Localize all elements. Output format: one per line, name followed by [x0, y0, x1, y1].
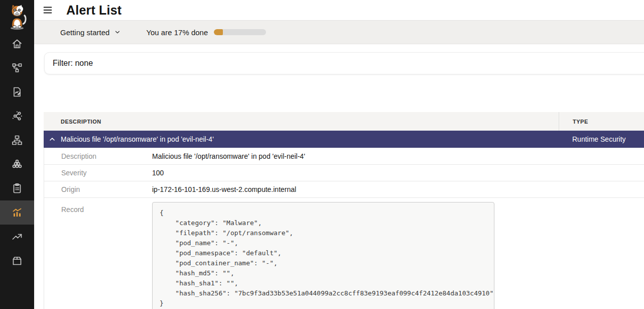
detail-label: Record: [44, 202, 152, 214]
hamburger-menu-icon[interactable]: [42, 5, 53, 16]
page-title: Alert List: [66, 3, 121, 18]
alerts-table: DESCRIPTION TYPE Malicious file '/opt/ra…: [44, 112, 644, 309]
network-graph-icon: [11, 110, 23, 122]
detail-value: ip-172-16-101-169.us-west-2.compute.inte…: [152, 185, 296, 193]
sidebar-item-topology[interactable]: [0, 56, 34, 80]
table-header: DESCRIPTION TYPE: [44, 112, 644, 131]
detail-row-severity: Severity 100: [44, 165, 644, 181]
top-header: Alert List: [34, 0, 644, 20]
progress-fill: [214, 29, 223, 35]
alert-details: Description Malicious file '/opt/ransomw…: [44, 148, 644, 309]
sidebar-item-sitemap[interactable]: [0, 128, 34, 152]
sidebar-item-packages[interactable]: [0, 249, 34, 273]
detail-row-description: Description Malicious file '/opt/ransomw…: [44, 148, 644, 165]
cluster-icon: [11, 158, 23, 170]
sidebar-item-trends[interactable]: [0, 225, 34, 249]
policy-edit-icon: [11, 86, 23, 98]
detail-label: Description: [44, 152, 152, 160]
getting-started-dropdown[interactable]: Getting started: [60, 28, 121, 37]
trending-icon: [11, 231, 23, 243]
detail-value: 100: [152, 169, 164, 177]
sitemap-icon: [11, 134, 23, 146]
detail-value: Malicious file '/opt/ransomware' in pod …: [152, 152, 305, 160]
sidebar-item-policies[interactable]: [0, 80, 34, 104]
alert-row-type: Runtime Security: [559, 135, 644, 143]
sidebar-item-clusters[interactable]: [0, 152, 34, 176]
detail-label: Severity: [44, 169, 152, 177]
report-icon: [11, 182, 23, 194]
main-content: Alert List Getting started You are 17% d…: [34, 0, 644, 309]
app-logo[interactable]: [0, 0, 34, 30]
record-json: { "category": "Malware", "filepath": "/o…: [160, 208, 487, 308]
filter-label: Filter: none: [53, 59, 93, 68]
progress-text: You are 17% done: [146, 28, 208, 37]
cat-mascot-logo: [6, 3, 29, 30]
sidebar-item-alerts[interactable]: [0, 200, 34, 225]
getting-started-label: Getting started: [60, 28, 109, 37]
alert-row[interactable]: Malicious file '/opt/ransomware' in pod …: [44, 131, 644, 148]
home-icon: [11, 38, 23, 50]
column-header-type: TYPE: [559, 112, 644, 131]
detail-row-origin: Origin ip-172-16-101-169.us-west-2.compu…: [44, 181, 644, 198]
filter-section: Filter: none: [34, 44, 644, 74]
sidebar-item-home[interactable]: [0, 32, 34, 56]
record-code-block: { "category": "Malware", "filepath": "/o…: [152, 202, 494, 309]
detail-row-record: Record { "category": "Malware", "filepat…: [44, 198, 644, 309]
filter-box[interactable]: Filter: none: [44, 52, 644, 74]
alert-row-title: Malicious file '/opt/ransomware' in pod …: [61, 135, 559, 143]
column-header-description: DESCRIPTION: [44, 112, 559, 131]
sidebar: [0, 0, 34, 309]
sidebar-item-reports[interactable]: [0, 176, 34, 200]
chevron-down-icon: [114, 29, 121, 36]
progress-bar: [214, 29, 266, 35]
package-icon: [11, 255, 23, 267]
chevron-up-icon: [48, 135, 56, 143]
collapse-row-button[interactable]: [44, 135, 61, 143]
sidebar-item-network[interactable]: [0, 104, 34, 128]
sidebar-nav: [0, 32, 34, 273]
alert-metrics-icon: [11, 207, 23, 219]
detail-label: Origin: [44, 185, 152, 193]
getting-started-bar: Getting started You are 17% done: [34, 20, 644, 44]
topology-icon: [11, 62, 23, 74]
